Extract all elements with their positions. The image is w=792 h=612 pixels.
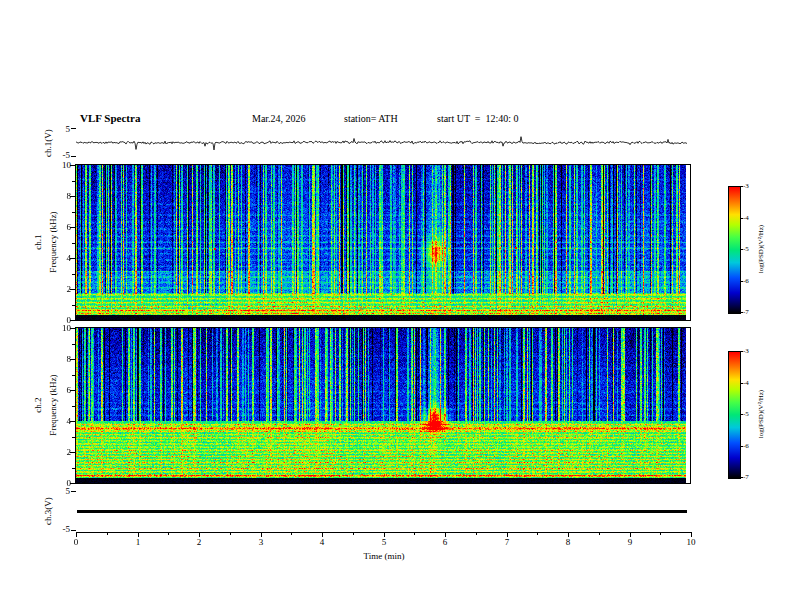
y-minor-tick-mark <box>72 274 75 275</box>
y-minor-tick-mark <box>72 375 75 376</box>
colorbar-tick-mark <box>740 249 743 250</box>
ch3-wave-ymin-label: -5 <box>52 524 70 534</box>
y-tick-label: 8 <box>52 191 71 201</box>
spec2-channel-label: ch.2 <box>33 373 43 437</box>
colorbar-tick-mark <box>740 218 743 219</box>
x-minor-tick-mark <box>537 532 538 535</box>
ch3-waveform-canvas <box>76 490 690 532</box>
ch1-colorbar <box>728 186 741 314</box>
y-tick-mark <box>70 328 75 329</box>
spec1-channel-label: ch.1 <box>33 210 43 274</box>
y-tick-mark <box>70 165 75 166</box>
y-tick-label: 10 <box>52 323 71 333</box>
colorbar-tick-label: -4 <box>743 379 749 387</box>
colorbar-tick-label: -6 <box>743 442 749 450</box>
y-minor-tick-mark <box>72 243 75 244</box>
x-minor-tick-mark <box>107 532 108 535</box>
y-tick-label: 8 <box>52 354 71 364</box>
y-tick-mark <box>70 452 75 453</box>
x-minor-tick-mark <box>660 532 661 535</box>
y-minor-tick-mark <box>72 344 75 345</box>
spec1-frequency-axis-label: Frequency (kHz) <box>48 190 58 294</box>
x-tick-label: 0 <box>64 537 88 547</box>
x-minor-tick-mark <box>168 532 169 535</box>
colorbar-tick-mark <box>740 446 743 447</box>
y-tick-mark <box>70 390 75 391</box>
x-tick-label: 6 <box>433 537 457 547</box>
y-tick-label: 2 <box>52 447 71 457</box>
y-minor-tick-mark <box>72 437 75 438</box>
colorbar-tick-label: -5 <box>743 410 749 418</box>
colorbar-tick-mark <box>740 477 743 478</box>
y-tick-mark <box>70 320 75 321</box>
x-minor-tick-mark <box>353 532 354 535</box>
y-minor-tick-mark <box>72 181 75 182</box>
x-tick-label: 4 <box>310 537 334 547</box>
colorbar-tick-mark <box>740 186 743 187</box>
y-minor-tick-mark <box>72 305 75 306</box>
y-tick-label: 0 <box>52 478 71 488</box>
colorbar-tick-mark <box>740 383 743 384</box>
y-tick-label: 2 <box>52 284 71 294</box>
x-minor-tick-mark <box>476 532 477 535</box>
ch1-wave-ymin-label: -5 <box>52 150 70 160</box>
x-minor-tick-mark <box>414 532 415 535</box>
ch1-waveform-canvas <box>76 127 690 158</box>
y-tick-label: 6 <box>52 222 71 232</box>
colorbar-tick-label: -6 <box>743 277 749 285</box>
y-tick-mark <box>70 421 75 422</box>
x-axis-title: Time (min) <box>334 551 434 561</box>
y-tick-mark <box>71 156 76 157</box>
ch2-colorbar-label: log(PSD)(V²/Hz) <box>757 369 765 459</box>
colorbar-tick-label: -4 <box>743 214 749 222</box>
y-tick-label: 4 <box>52 253 71 263</box>
colorbar-tick-mark <box>740 351 743 352</box>
start-time-label: start UT = 12:40: 0 <box>437 113 519 124</box>
colorbar-tick-mark <box>740 281 743 282</box>
y-tick-label: 4 <box>52 416 71 426</box>
ch3-voltage-axis-label: ch.3(V) <box>43 479 53 543</box>
colorbar-tick-label: -3 <box>743 347 749 355</box>
y-tick-label: 10 <box>52 160 71 170</box>
y-tick-mark <box>70 258 75 259</box>
x-tick-label: 8 <box>556 537 580 547</box>
y-minor-tick-mark <box>72 406 75 407</box>
spec2-frequency-axis-label: Frequency (kHz) <box>48 353 58 457</box>
colorbar-tick-label: -7 <box>743 308 749 316</box>
x-tick-label: 9 <box>618 537 642 547</box>
date-label: Mar.24, 2026 <box>252 113 306 124</box>
x-tick-label: 2 <box>187 537 211 547</box>
colorbar-tick-mark <box>740 414 743 415</box>
y-minor-tick-mark <box>72 212 75 213</box>
ch1-wave-ymax-label: 5 <box>52 124 70 134</box>
x-minor-tick-mark <box>291 532 292 535</box>
x-tick-label: 7 <box>495 537 519 547</box>
y-tick-label: 6 <box>52 385 71 395</box>
y-tick-mark <box>70 483 75 484</box>
y-tick-mark <box>70 196 75 197</box>
ch1-spectrogram-canvas <box>75 164 691 321</box>
y-tick-mark <box>70 227 75 228</box>
ch2-colorbar <box>728 351 741 479</box>
y-minor-tick-mark <box>72 468 75 469</box>
x-minor-tick-mark <box>599 532 600 535</box>
x-tick-label: 1 <box>126 537 150 547</box>
station-label: station= ATH <box>344 113 398 124</box>
colorbar-tick-label: -7 <box>743 473 749 481</box>
figure-title: VLF Spectra <box>80 112 140 124</box>
y-tick-mark <box>71 530 76 531</box>
ch1-colorbar-gradient <box>729 187 740 313</box>
y-tick-mark <box>71 128 76 129</box>
colorbar-tick-mark <box>740 312 743 313</box>
y-tick-mark <box>71 491 76 492</box>
vlf-spectra-figure: VLF Spectra Mar.24, 2026 station= ATH st… <box>0 0 792 612</box>
x-tick-label: 5 <box>372 537 396 547</box>
x-tick-label: 10 <box>679 537 703 547</box>
y-tick-mark <box>70 359 75 360</box>
colorbar-tick-label: -3 <box>743 182 749 190</box>
ch1-colorbar-label: log(PSD)(V²/Hz) <box>757 204 765 294</box>
colorbar-tick-label: -5 <box>743 245 749 253</box>
ch2-spectrogram-canvas <box>75 327 691 484</box>
ch2-colorbar-gradient <box>729 352 740 478</box>
x-minor-tick-mark <box>230 532 231 535</box>
